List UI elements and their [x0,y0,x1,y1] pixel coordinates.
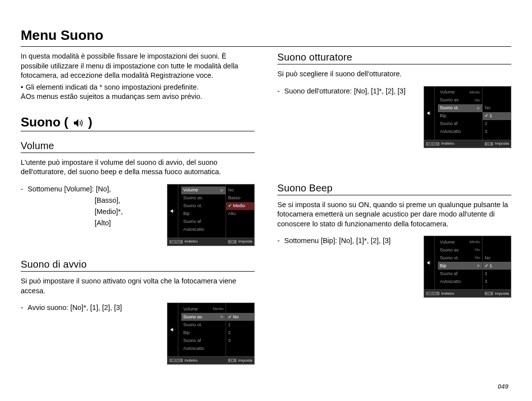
lcd-opt: 3 [485,129,487,134]
avvio-sub-label: Avvio suono: [No]*, [1], [2], [3] [28,304,122,311]
lcd-row-label: Volume [440,90,455,94]
left-column: In questa modalità è possibile fissare l… [21,52,255,365]
otturatore-lcd: Volume:Medio Suono av.:No Suono ot.▶ Bip… [424,86,511,148]
lcd-row-label: Volume [183,307,198,311]
page-number: 049 [498,383,508,390]
ok-button-icon: OK [228,240,236,244]
otturatore-desc: Si può scegliere il suono dell'otturator… [277,69,511,79]
lcd-opt: 3 [228,339,231,343]
check-icon: ✔ [485,264,489,268]
beep-heading: Suono Beep [277,183,511,194]
dash-marker: - [21,184,23,194]
lcd-row-label: Autoscatto [440,279,461,284]
check-icon: ✔ [228,315,232,319]
lcd-tail-val: :No [474,248,480,252]
otturatore-rule [277,64,511,64]
volume-opt-3: [Alto] [28,218,123,228]
volume-heading: Volume [21,140,255,152]
lcd-row-label: Suono av. [183,315,203,319]
lcd-row-label: Suono ot. [183,204,202,208]
lcd-opt: Medio [233,204,245,208]
check-icon: ✔ [485,114,489,118]
lcd-row-label: Suono ot. [440,256,459,260]
lcd-tail-val: :Medio [212,307,224,311]
lcd-row-label: Autoscatto [183,227,204,232]
otturatore-sub-label: Suono dell'otturatore: [No], [1]*, [2], … [284,87,405,95]
lcd-opt: 1 [228,323,231,327]
beep-sub-label: Sottomenu [Bip]: [No], [1]*, [2], [3] [284,237,391,245]
lcd-row-label: Bip [183,212,190,216]
beep-lcd: Volume:Medio Suono av.:No Suono ot.:No B… [424,236,511,298]
lcd-row-label: Suono ot. [183,323,202,327]
beep-desc: Se si imposta il suono su ON, quando si … [277,200,511,229]
lcd-row-label: Suono av. [183,196,203,200]
suono-heading-rule [21,131,255,131]
lcd-tail-val: :No [474,256,480,260]
menu-button-icon: MENU [169,359,183,362]
avvio-submenu: - Avvio suono: [No]*, [1], [2], [3] [21,303,122,313]
set-label: Imposta [495,142,509,146]
lcd-row-label: Suono af [440,272,458,276]
lcd-opt: 1 [490,264,492,268]
check-icon: ✔ [228,204,232,208]
menu-button-icon: MENU [426,292,439,295]
lcd-opt: 3 [485,279,487,284]
lcd-opt: Alto [228,212,236,216]
lcd-opt: 2 [228,331,231,335]
lcd-tab-icon [424,87,435,140]
set-label: Imposta [238,359,252,363]
volume-rule [21,153,255,153]
volume-lcd: Volume▶ Suono av. Suono ot. Bip Suono af… [167,184,255,246]
title-rule [21,46,511,47]
lcd-row-label: Bip [440,264,446,268]
ok-button-icon: OK [485,142,493,146]
intro-block: In questa modalità è possibile fissare l… [21,52,255,102]
beep-rule [277,195,511,195]
back-label: Indietro [441,292,455,296]
lcd-tail-val: :Medio [468,91,480,94]
lcd-opt: No [485,106,491,110]
lcd-row-label: Suono af [440,122,458,126]
lcd-opt: No [485,256,491,260]
avvio-rule [21,271,255,272]
set-label: Imposta [495,292,509,296]
note-marker: Ä [21,92,26,102]
lcd-footer: MENU Indietro OK Imposta [167,356,254,364]
lcd-tab-icon [167,185,178,238]
ok-button-icon: OK [228,359,236,362]
lcd-opt: No [233,315,239,319]
volume-submenu: - Sottomenu [Volume]: [No], [Basso], [Me… [21,184,123,228]
back-label: Indietro [441,142,455,146]
lcd-tail-val: :No [474,98,480,102]
lcd-footer: MENU Indietro OK Imposta [424,289,511,297]
back-label: Indietro [185,359,198,363]
dash-marker: - [277,86,280,96]
intro-bullet-2: Ä Os menus estão sujeitos a mudanças sem… [21,92,255,102]
lcd-row-label: Autoscatto [183,346,204,351]
bullet-marker: • [21,83,23,93]
page-title: Menu Suono [21,28,511,43]
avvio-heading: Suono di avvio [21,259,255,270]
volume-sub-label: Sottomenu [Volume]: [28,185,94,193]
menu-button-icon: MENU [426,142,439,146]
lcd-tab-icon [167,303,178,356]
suono-heading-text: Suono ( [21,115,68,130]
lcd-row-label: Suono ot. [440,106,459,110]
right-column: Suono otturatore Si può scegliere il suo… [277,52,511,365]
lcd-opt: 2 [485,122,487,126]
avvio-lcd: Volume:Medio Suono av.▶ Suono ot. Bip Su… [167,303,255,365]
otturatore-submenu: - Suono dell'otturatore: [No], [1]*, [2]… [277,86,405,96]
volume-opt-1: [Basso], [28,195,123,206]
otturatore-heading: Suono otturatore [277,52,511,63]
ok-button-icon: OK [485,292,493,295]
back-label: Indietro [185,240,198,244]
dash-marker: - [277,236,280,246]
lcd-tail-val: :Medio [468,240,480,244]
lcd-row-label: Volume [183,188,198,192]
speaker-icon [72,115,84,130]
intro-bullet-1-text: Gli elementi indicati da * sono impostaz… [26,83,199,91]
set-label: Imposta [238,240,252,244]
lcd-opt: No [228,188,234,192]
lcd-row-label: Suono av. [440,248,460,252]
volume-opt-2: [Medio]*, [28,207,123,217]
